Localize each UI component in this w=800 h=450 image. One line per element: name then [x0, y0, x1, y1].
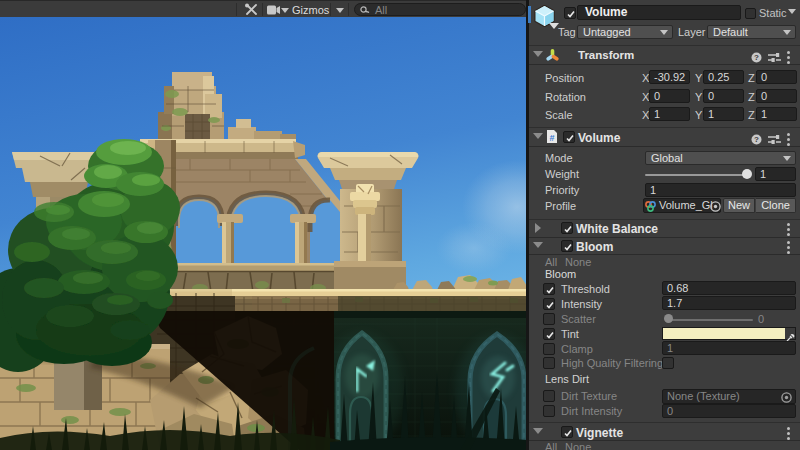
svg-text:#: # [549, 133, 554, 143]
svg-text:?: ? [754, 135, 759, 144]
svg-text:?: ? [754, 53, 759, 62]
